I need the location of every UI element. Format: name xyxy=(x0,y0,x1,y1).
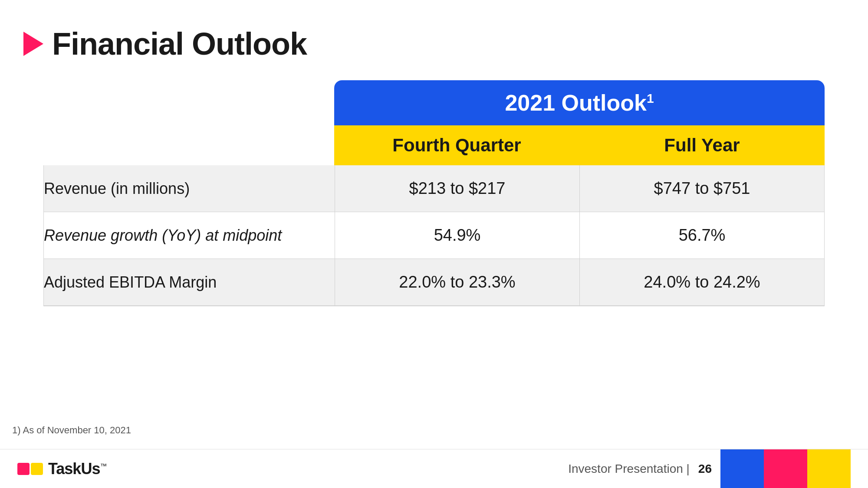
row-label-ebitda: Adjusted EBITDA Margin xyxy=(44,259,335,305)
outlook-table: 2021 Outlook1 Fourth Quarter Full Year R… xyxy=(43,80,825,306)
logo-square-yellow xyxy=(31,463,43,475)
row-cell-ebitda-fy: 24.0% to 24.2% xyxy=(579,259,824,305)
logo-area: TaskUs™ xyxy=(17,460,106,478)
footnote: 1) As of November 10, 2021 xyxy=(12,425,131,436)
color-block-blue xyxy=(720,449,764,488)
play-icon xyxy=(23,32,43,56)
color-block-yellow xyxy=(807,449,851,488)
table-row: Revenue (in millions) $213 to $217 $747 … xyxy=(44,165,824,212)
logo-text: TaskUs™ xyxy=(48,460,106,478)
outlook-header: 2021 Outlook1 xyxy=(334,80,825,125)
footer-label: Investor Presentation | xyxy=(568,462,690,476)
table-row: Revenue growth (YoY) at midpoint 54.9% 5… xyxy=(44,212,824,259)
outlook-title: 2021 Outlook1 xyxy=(505,90,654,115)
page-title: Financial Outlook xyxy=(52,26,307,62)
data-rows: Revenue (in millions) $213 to $217 $747 … xyxy=(43,165,825,306)
row-label-revenue: Revenue (in millions) xyxy=(44,166,335,212)
page-header: Financial Outlook xyxy=(23,26,307,62)
bottom-bar: TaskUs™ Investor Presentation | 26 xyxy=(0,449,868,488)
row-cell-revenue-q4: $213 to $217 xyxy=(335,165,579,212)
row-cell-growth-fy: 56.7% xyxy=(579,212,824,259)
color-blocks xyxy=(720,449,851,488)
taskus-logo-icon xyxy=(17,463,43,475)
page-number: 26 xyxy=(698,462,712,476)
row-label-growth: Revenue growth (YoY) at midpoint xyxy=(44,213,335,259)
table-row: Adjusted EBITDA Margin 22.0% to 23.3% 24… xyxy=(44,259,824,306)
footer-right: Investor Presentation | 26 xyxy=(568,449,851,488)
row-cell-growth-q4: 54.9% xyxy=(335,212,579,259)
column-headers: Fourth Quarter Full Year xyxy=(334,125,825,165)
row-cell-revenue-fy: $747 to $751 xyxy=(579,165,824,212)
logo-square-pink xyxy=(17,463,30,475)
row-cell-ebitda-q4: 22.0% to 23.3% xyxy=(335,259,579,305)
col-header-q4: Fourth Quarter xyxy=(334,125,579,165)
col-header-fy: Full Year xyxy=(579,125,825,165)
color-block-pink xyxy=(764,449,807,488)
